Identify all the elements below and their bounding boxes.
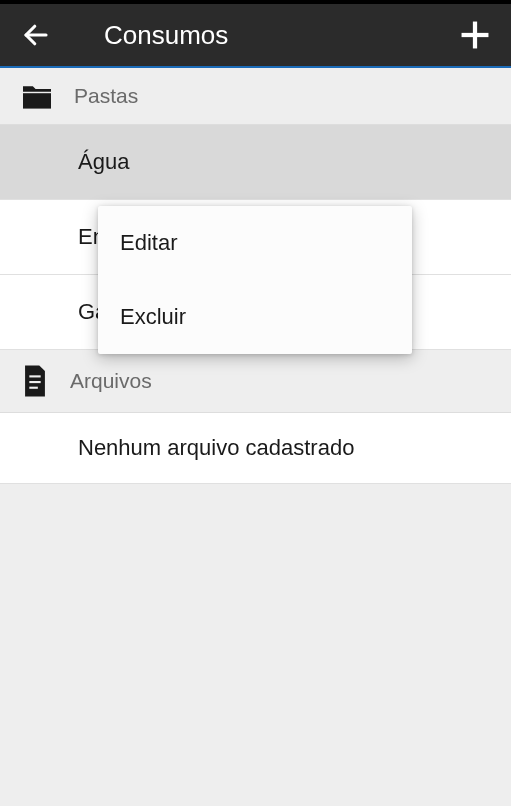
page-title: Consumos [104,20,228,51]
add-button[interactable] [455,15,495,55]
menu-item-delete[interactable]: Excluir [98,280,412,354]
folder-item-agua[interactable]: Água [0,125,511,200]
svg-rect-3 [29,375,40,377]
app-header: Consumos [0,4,511,68]
svg-rect-4 [29,381,40,383]
back-arrow-icon [21,20,51,50]
empty-files-message: Nenhum arquivo cadastrado [0,413,511,484]
plus-icon [458,18,492,52]
back-button[interactable] [16,15,56,55]
svg-rect-5 [29,387,38,389]
files-section-header: Arquivos [0,350,511,413]
menu-item-edit[interactable]: Editar [98,206,412,280]
context-menu: Editar Excluir [98,206,412,354]
folders-section-header: Pastas [0,68,511,125]
folders-section-title: Pastas [74,84,138,108]
folder-icon [20,82,54,110]
file-icon [20,364,50,398]
files-section-title: Arquivos [70,369,152,393]
